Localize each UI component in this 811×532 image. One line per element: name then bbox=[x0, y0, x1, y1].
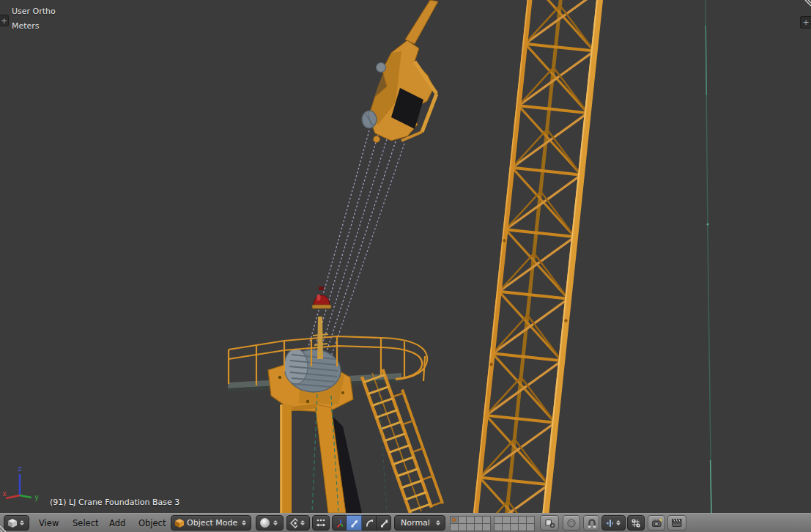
toolshelf-expand-button[interactable]: + bbox=[0, 15, 9, 26]
layer-cell[interactable] bbox=[482, 523, 491, 531]
axis-x-label: x bbox=[2, 489, 7, 498]
center-points-toggle[interactable] bbox=[312, 515, 330, 531]
menu-select[interactable]: Select bbox=[69, 514, 102, 532]
axis-y-label: y bbox=[34, 493, 39, 501]
unit-overlay: Meters bbox=[12, 21, 40, 32]
snap-magnet-icon bbox=[587, 518, 596, 528]
dropdown-arrows-icon bbox=[19, 518, 26, 528]
scene-curve-line[interactable] bbox=[706, 0, 711, 513]
dropdown-arrows-icon bbox=[273, 518, 279, 528]
access-ladder[interactable] bbox=[362, 366, 442, 513]
translate-icon bbox=[349, 518, 358, 528]
opengl-render-icon bbox=[651, 517, 662, 528]
plus-icon: + bbox=[1, 16, 7, 26]
active-object-overlay: (91) LJ Crane Foundation Base 3 bbox=[50, 498, 179, 508]
blender-window: User Ortho Meters (91) LJ Crane Foundati… bbox=[0, 0, 811, 532]
properties-expand-button[interactable]: + bbox=[800, 16, 811, 29]
snap-target-icon bbox=[631, 518, 641, 528]
layer-object-dot bbox=[452, 518, 456, 522]
snap-target-button[interactable] bbox=[627, 515, 645, 531]
shading-sphere-icon bbox=[259, 517, 270, 528]
manipulator-toggle[interactable] bbox=[332, 515, 347, 531]
pivot-dropdown[interactable] bbox=[286, 515, 310, 531]
opengl-anim-icon bbox=[671, 517, 683, 528]
translate-manipulator-button[interactable] bbox=[347, 515, 362, 531]
manipulator-axes-icon bbox=[336, 518, 343, 528]
menu-view-label: View bbox=[39, 518, 59, 528]
orientation-dropdown-value: Normal bbox=[401, 518, 430, 528]
rotate-manipulator-button[interactable] bbox=[362, 515, 377, 531]
dropdown-arrows-icon bbox=[435, 518, 442, 528]
opengl-anim-button[interactable] bbox=[667, 515, 686, 531]
scene-lock-icon bbox=[544, 517, 555, 528]
3d-viewport-canvas[interactable] bbox=[0, 0, 811, 513]
menu-add-label: Add bbox=[109, 518, 125, 528]
editor-type-button[interactable] bbox=[4, 515, 29, 531]
snap-increment-icon bbox=[605, 518, 613, 528]
scale-manipulator-button[interactable] bbox=[377, 515, 391, 531]
scene-lock-button[interactable] bbox=[540, 515, 559, 531]
menu-select-label: Select bbox=[73, 518, 98, 528]
opengl-render-button[interactable] bbox=[648, 515, 665, 531]
snap-element-dropdown[interactable] bbox=[601, 515, 626, 531]
dropdown-arrows-icon bbox=[615, 518, 622, 528]
proportional-edit-icon bbox=[566, 518, 577, 528]
menu-view[interactable]: View bbox=[35, 514, 62, 532]
view-name-overlay: User Ortho bbox=[12, 7, 56, 17]
hook-block[interactable] bbox=[362, 0, 438, 143]
proportional-edit-dropdown[interactable] bbox=[563, 515, 580, 531]
dropdown-arrows-icon bbox=[241, 518, 248, 528]
layer-cell[interactable] bbox=[526, 523, 535, 531]
shading-dropdown[interactable] bbox=[256, 515, 284, 531]
menu-object-label: Object bbox=[138, 518, 166, 528]
area-resize-corner-icon[interactable] bbox=[801, 0, 811, 10]
center-points-icon bbox=[316, 518, 326, 528]
object-mode-cube-icon bbox=[174, 518, 185, 528]
scale-icon bbox=[379, 518, 388, 528]
orientation-dropdown[interactable]: Normal bbox=[394, 515, 445, 531]
layers-block-1 bbox=[450, 516, 490, 531]
pivot-icon bbox=[290, 518, 297, 528]
rotate-icon bbox=[365, 518, 373, 528]
viewport-header: View Select Add Object Object Mode bbox=[0, 513, 811, 532]
crane-lattice-boom[interactable] bbox=[471, 0, 604, 513]
mode-dropdown[interactable]: Object Mode bbox=[171, 515, 251, 531]
editor-cube-icon bbox=[7, 518, 17, 528]
snap-toggle-button[interactable] bbox=[583, 515, 599, 531]
axis-gizmo: z x y bbox=[0, 464, 47, 506]
menu-add[interactable]: Add bbox=[105, 514, 129, 532]
mode-dropdown-value: Object Mode bbox=[187, 518, 237, 528]
dropdown-arrows-icon bbox=[300, 518, 306, 528]
plus-icon: + bbox=[802, 18, 809, 27]
layers-block-2 bbox=[494, 516, 534, 531]
menu-object[interactable]: Object bbox=[135, 514, 169, 532]
3d-viewport[interactable]: User Ortho Meters (91) LJ Crane Foundati… bbox=[0, 0, 811, 513]
axis-z-label: z bbox=[18, 465, 21, 473]
